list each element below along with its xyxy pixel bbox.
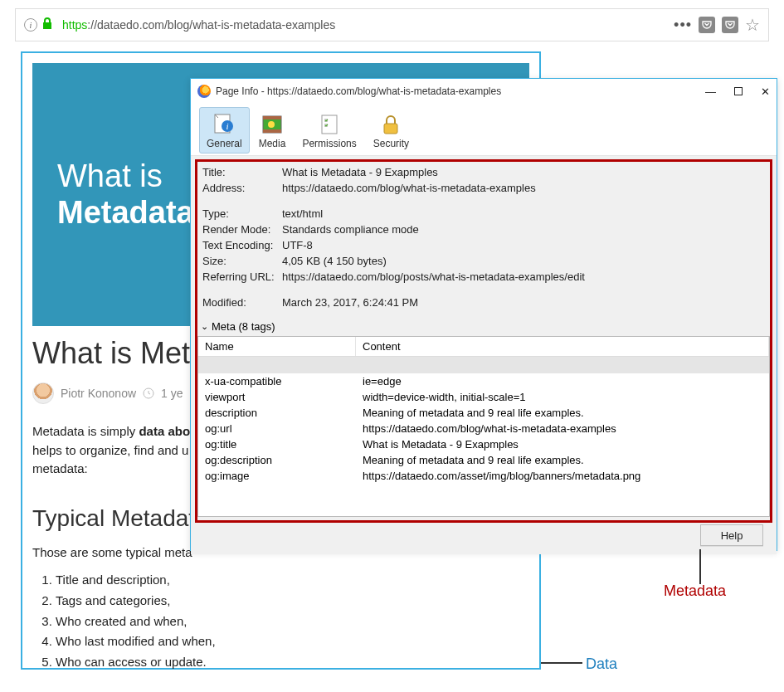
list-item: Tags and categories, bbox=[56, 591, 529, 612]
label-title: Title: bbox=[202, 166, 282, 178]
label-render: Render Mode: bbox=[202, 223, 282, 236]
tab-media[interactable]: Media bbox=[251, 107, 294, 154]
col-content[interactable]: Content bbox=[356, 337, 769, 356]
label-modified: Modified: bbox=[202, 296, 282, 309]
browser-address-bar: i https://dataedo.com/blog/what-is-metad… bbox=[15, 8, 769, 41]
metadata-connector-line bbox=[699, 549, 701, 584]
page-info-window: Page Info - https://dataedo.com/blog/wha… bbox=[190, 78, 777, 551]
label-encoding: Text Encoding: bbox=[202, 239, 282, 251]
help-button[interactable]: Help bbox=[700, 524, 763, 546]
window-title: Page Info - https://dataedo.com/blog/wha… bbox=[216, 85, 501, 97]
close-button[interactable]: ✕ bbox=[761, 85, 770, 98]
site-identity[interactable]: i https://dataedo.com/blog/what-is-metad… bbox=[24, 17, 335, 32]
value-referrer: https://dataedo.com/blog/posts/what-is-m… bbox=[282, 270, 765, 283]
meta-row[interactable]: og:urlhttps://dataedo.com/blog/what-is-m… bbox=[198, 421, 769, 436]
pageinfo-toolbar: i General Media Permissions Security bbox=[191, 104, 777, 156]
value-size: 4,05 KB (4 150 bytes) bbox=[282, 255, 765, 267]
avatar bbox=[32, 383, 54, 404]
label-address: Address: bbox=[202, 182, 282, 194]
label-type: Type: bbox=[202, 207, 282, 220]
meta-toggle[interactable]: ⌄ Meta (8 tags) bbox=[201, 320, 770, 333]
security-icon bbox=[377, 111, 404, 138]
value-encoding: UTF-8 bbox=[282, 239, 765, 251]
permissions-icon bbox=[316, 111, 343, 138]
bookmark-star-icon[interactable]: ☆ bbox=[745, 15, 760, 35]
meta-table-header[interactable]: Name Content bbox=[198, 337, 769, 357]
list-item: Who last modified and when, bbox=[56, 631, 529, 652]
meta-row[interactable]: x-ua-compatibleie=edge bbox=[198, 373, 769, 389]
banner-text: What isMetadata bbox=[57, 158, 194, 231]
page-actions-menu-icon[interactable]: ••• bbox=[674, 17, 692, 34]
maximize-button[interactable] bbox=[734, 85, 743, 98]
svg-rect-6 bbox=[263, 129, 281, 133]
list-item: Who can access or update. bbox=[56, 652, 529, 673]
value-address: https://dataedo.com/blog/what-is-metadat… bbox=[282, 182, 765, 194]
svg-text:i: i bbox=[226, 121, 229, 131]
firefox-icon bbox=[197, 85, 211, 98]
tab-permissions[interactable]: Permissions bbox=[295, 107, 363, 154]
meta-row[interactable]: viewportwidth=device-width, initial-scal… bbox=[198, 389, 769, 405]
info-icon: i bbox=[24, 18, 37, 32]
svg-rect-8 bbox=[322, 115, 337, 134]
url-text[interactable]: https://dataedo.com/blog/what-is-metadat… bbox=[62, 18, 335, 32]
info-grid-2: Type: text/html Render Mode: Standards c… bbox=[197, 206, 770, 285]
col-name[interactable]: Name bbox=[198, 337, 356, 356]
meta-row[interactable]: descriptionMeaning of metadata and 9 rea… bbox=[198, 405, 769, 421]
meta-row[interactable]: og:imagehttps://dataedo.com/asset/img/bl… bbox=[198, 468, 769, 484]
pocket-icon-2[interactable] bbox=[722, 17, 738, 33]
list-item: Who created and when, bbox=[56, 612, 529, 632]
value-type: text/html bbox=[282, 207, 765, 220]
general-icon: i bbox=[211, 111, 237, 138]
svg-point-7 bbox=[268, 121, 275, 128]
minimize-button[interactable]: — bbox=[705, 85, 716, 98]
author-name[interactable]: Piotr Kononow bbox=[61, 387, 136, 400]
list-item: Title and description, bbox=[56, 570, 529, 591]
pocket-icon[interactable] bbox=[699, 17, 715, 33]
meta-row-selected[interactable] bbox=[198, 357, 769, 373]
tab-general[interactable]: i General bbox=[199, 107, 250, 154]
label-referrer: Referring URL: bbox=[202, 270, 282, 283]
data-label: Data bbox=[586, 655, 617, 673]
value-render: Standards compliance mode bbox=[282, 223, 765, 236]
meta-row[interactable]: og:descriptionMeaning of metadata and 9 … bbox=[198, 452, 769, 468]
metadata-list: Title and description,Tags and categorie… bbox=[56, 570, 529, 673]
meta-table[interactable]: Name Content x-ua-compatibleie=edgeviewp… bbox=[197, 336, 770, 517]
chevron-down-icon: ⌄ bbox=[201, 321, 208, 332]
svg-rect-5 bbox=[263, 116, 281, 119]
pageinfo-body: Title: What is Metadata - 9 Exapmples Ad… bbox=[191, 156, 777, 554]
meta-row[interactable]: og:titleWhat is Metadata - 9 Exapmples bbox=[198, 436, 769, 452]
value-title: What is Metadata - 9 Exapmples bbox=[282, 166, 765, 178]
clock-icon bbox=[143, 387, 154, 399]
window-titlebar[interactable]: Page Info - https://dataedo.com/blog/wha… bbox=[191, 79, 777, 104]
tab-security[interactable]: Security bbox=[366, 107, 416, 154]
value-modified: March 23, 2017, 6:24:41 PM bbox=[282, 296, 765, 309]
info-grid: Title: What is Metadata - 9 Exapmples Ad… bbox=[197, 164, 770, 196]
label-size: Size: bbox=[202, 255, 282, 267]
info-grid-3: Modified: March 23, 2017, 6:24:41 PM bbox=[197, 295, 770, 310]
metadata-label: Metadata bbox=[664, 582, 726, 600]
publish-time: 1 ye bbox=[161, 387, 183, 400]
media-icon bbox=[259, 111, 285, 138]
lock-icon bbox=[42, 17, 52, 32]
svg-rect-11 bbox=[384, 124, 397, 134]
data-connector-line bbox=[541, 662, 582, 664]
